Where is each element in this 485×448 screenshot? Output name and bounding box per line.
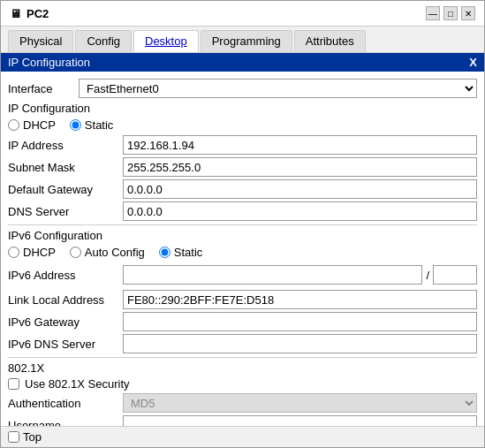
tab-config[interactable]: Config [75, 30, 132, 52]
ipv6-address-input[interactable] [123, 265, 422, 285]
link-local-row: Link Local Address [8, 290, 477, 309]
ipv6-gateway-row: IPv6 Gateway [8, 312, 477, 331]
ipv6-gateway-input[interactable] [123, 312, 477, 331]
top-checkbox[interactable] [8, 431, 19, 443]
ipv6-dhcp-label: DHCP [23, 246, 56, 259]
title-bar: 🖥 PC2 — □ ✕ [1, 1, 484, 27]
close-button[interactable]: ✕ [461, 6, 475, 20]
ipv6-dhcp-radio[interactable] [8, 247, 19, 258]
maximize-button[interactable]: □ [443, 6, 458, 20]
ip-dhcp-label: DHCP [23, 118, 56, 132]
link-local-input[interactable] [123, 290, 477, 309]
default-gateway-row: Default Gateway [8, 179, 477, 199]
ipv6-prefix-input[interactable] [433, 265, 477, 285]
ip-dhcp-option[interactable]: DHCP [8, 118, 56, 132]
title-bar-controls: — □ ✕ [426, 6, 475, 20]
ip-static-option[interactable]: Static [70, 118, 114, 132]
ip-config-title: IP Configuration [8, 56, 90, 69]
ipv6-radio-row: DHCP Auto Config Static [8, 246, 477, 259]
ip-address-input[interactable] [123, 135, 477, 155]
ipv6-section-label: IPv6 Configuration [8, 229, 477, 242]
link-local-label: Link Local Address [8, 293, 123, 307]
ipv6-dhcp-option[interactable]: DHCP [8, 246, 56, 259]
dns-server-input[interactable] [123, 201, 477, 221]
dns-server-row: DNS Server [8, 201, 477, 221]
default-gateway-input[interactable] [123, 179, 477, 199]
interface-row: Interface FastEthernet0 [8, 79, 477, 98]
default-gateway-label: Default Gateway [8, 183, 123, 196]
tab-physical[interactable]: Physical [8, 30, 73, 52]
tab-programming[interactable]: Programming [201, 30, 292, 52]
ipv6-dns-label: IPv6 DNS Server [8, 338, 123, 351]
ipv6-static-label: Static [174, 246, 203, 259]
dot1x-section-label: 802.1X [8, 361, 477, 375]
subnet-mask-row: Subnet Mask [8, 157, 477, 177]
use-security-checkbox[interactable] [8, 378, 19, 390]
ip-config-header: IP Configuration X [1, 53, 484, 72]
ipv6-dns-row: IPv6 DNS Server [8, 334, 477, 353]
tab-desktop[interactable]: Desktop [133, 30, 199, 52]
ipv6-autoconfig-label: Auto Config [85, 246, 145, 259]
ipv6-dns-input[interactable] [123, 334, 477, 353]
ip-address-row: IP Address [8, 135, 477, 155]
username-label: Username [8, 419, 123, 427]
ipv6-addr-container: / [123, 265, 477, 285]
top-label: Top [23, 430, 42, 444]
ipv6-autoconfig-radio[interactable] [70, 247, 81, 258]
title-bar-left: 🖥 PC2 [10, 7, 49, 20]
interface-label: Interface [8, 82, 79, 95]
ipv6-slash: / [422, 269, 433, 282]
ip-static-radio[interactable] [70, 119, 81, 131]
main-window: 🖥 PC2 — □ ✕ Physical Config Desktop Prog… [0, 0, 485, 448]
tab-attributes[interactable]: Attributes [294, 30, 366, 52]
authentication-row: Authentication MD5 [8, 393, 477, 413]
ip-static-label: Static [85, 118, 114, 132]
bottom-bar: Top [1, 426, 484, 447]
dns-server-label: DNS Server [8, 205, 123, 218]
ip-config-close[interactable]: X [469, 56, 477, 69]
ipv6-autoconfig-option[interactable]: Auto Config [70, 246, 145, 259]
ipv6-static-option[interactable]: Static [159, 246, 203, 259]
authentication-label: Authentication [8, 397, 123, 410]
pc-icon: 🖥 [10, 7, 21, 20]
username-row: Username [8, 415, 477, 426]
use-security-row: Use 802.1X Security [8, 377, 477, 391]
ip-radio-row: DHCP Static [8, 118, 477, 132]
subnet-mask-label: Subnet Mask [8, 161, 123, 174]
username-input[interactable] [123, 415, 477, 426]
window-title: PC2 [27, 7, 49, 20]
ipv6-address-label: IPv6 Address [8, 269, 123, 282]
authentication-select[interactable]: MD5 [123, 393, 477, 413]
use-security-label: Use 802.1X Security [25, 377, 130, 391]
ip-config-section-label: IP Configuration [8, 102, 477, 115]
ip-dhcp-radio[interactable] [8, 119, 19, 131]
ipv6-static-radio[interactable] [159, 247, 171, 258]
ip-address-label: IP Address [8, 139, 123, 152]
content-area: IP Configuration X Interface FastEtherne… [1, 53, 484, 426]
minimize-button[interactable]: — [426, 6, 440, 20]
subnet-mask-input[interactable] [123, 157, 477, 177]
ipv6-gateway-label: IPv6 Gateway [8, 315, 123, 329]
form-section: Interface FastEthernet0 IP Configuration… [1, 72, 484, 426]
tab-bar: Physical Config Desktop Programming Attr… [1, 27, 484, 53]
ipv6-address-row: IPv6 Address / [8, 262, 477, 287]
interface-select[interactable]: FastEthernet0 [79, 79, 477, 98]
